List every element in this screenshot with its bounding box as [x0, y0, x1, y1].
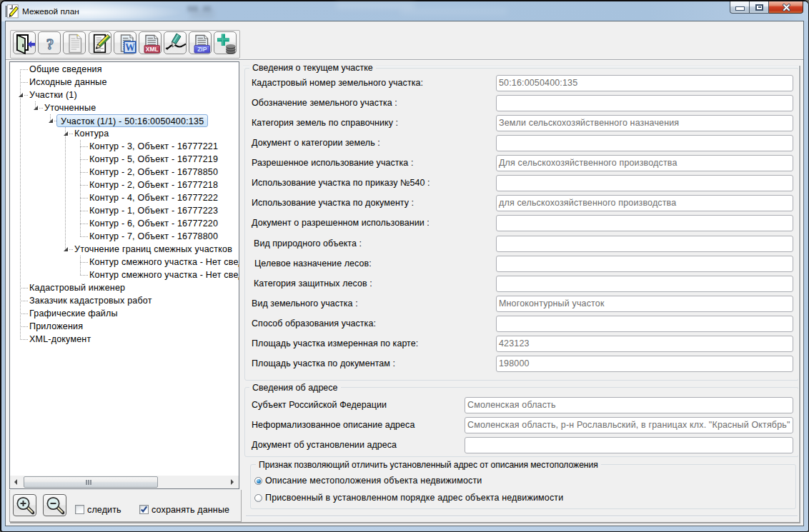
svg-text:W: W — [125, 42, 135, 53]
svg-text:XML: XML — [146, 46, 159, 53]
svg-text:ZIP: ZIP — [197, 46, 207, 53]
svg-text:?: ? — [46, 36, 54, 53]
